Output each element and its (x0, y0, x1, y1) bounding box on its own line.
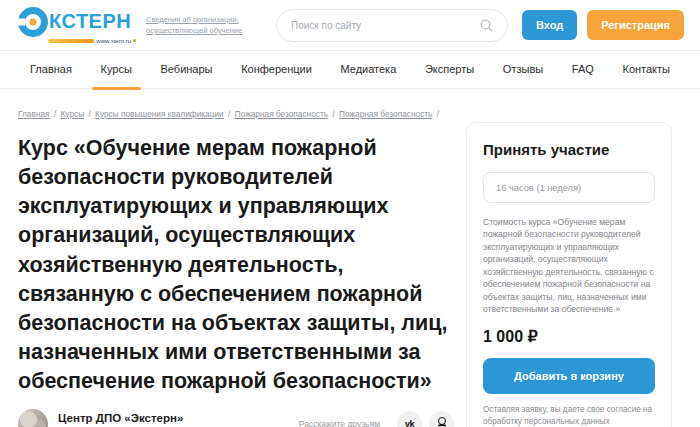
share-block: Расскажите друзьям vk (299, 411, 454, 427)
vk-icon: vk (405, 419, 414, 427)
site-search[interactable] (276, 9, 508, 42)
breadcrumb-separator: / (54, 109, 56, 119)
search-input[interactable] (291, 20, 480, 31)
nav-faq[interactable]: FAQ (572, 50, 594, 89)
price-description: Стоимость курса «Обучение мерам пожарной… (483, 216, 655, 316)
share-ok-button[interactable] (429, 411, 454, 427)
nav-courses[interactable]: Курсы (101, 50, 132, 89)
breadcrumb-fire-safety-2[interactable]: Пожарная безопасность (339, 109, 432, 119)
instructor-row: Центр ДПО «Экстерн» Ведущий курса Расска… (18, 409, 454, 427)
breadcrumb-fire-safety[interactable]: Пожарная безопасность (235, 109, 328, 119)
logo-underline: www.xtern.ru (18, 38, 136, 44)
logo-dot (133, 39, 136, 42)
nav-experts[interactable]: Эксперты (425, 50, 474, 89)
enroll-heading: Принять участие (483, 141, 655, 158)
breadcrumb-separator: / (332, 109, 334, 119)
breadcrumb: Главная / Курсы / Курсы повышения квалиф… (18, 109, 454, 121)
breadcrumb-courses[interactable]: Курсы (61, 109, 85, 119)
register-button[interactable]: Регистрация (587, 10, 684, 40)
org-info-line2: осуществляющей обучение (146, 26, 242, 35)
logo-e-icon (18, 7, 48, 37)
login-button[interactable]: Вход (522, 10, 577, 40)
odnoklassniki-icon (436, 417, 447, 427)
breadcrumb-separator: / (228, 109, 230, 119)
header: КСТЕРН www.xtern.ru Сведения об организа… (0, 0, 700, 50)
breadcrumb-separator: / (88, 109, 90, 119)
nav-webinars[interactable]: Вебинары (161, 50, 213, 89)
course-column: Главная / Курсы / Курсы повышения квалиф… (18, 89, 466, 427)
logo-top: КСТЕРН (18, 7, 136, 37)
breadcrumb-qualification-courses[interactable]: Курсы повышения квалификации (95, 109, 224, 119)
main-content: Главная / Курсы / Курсы повышения квалиф… (0, 89, 700, 427)
main-nav: Главная Курсы Вебинары Конференции Медиа… (0, 50, 700, 89)
duration-select[interactable]: 16 часов (1 неделя) (483, 172, 655, 203)
add-to-cart-button[interactable]: Добавить в корзину (483, 358, 655, 394)
share-vk-button[interactable]: vk (397, 411, 422, 427)
logo-orange-bar (48, 39, 94, 43)
share-label: Расскажите друзьям (299, 419, 380, 427)
search-icon (480, 19, 493, 32)
nav-mediatheque[interactable]: Медиатека (340, 50, 396, 89)
logo-wordmark: КСТЕРН (49, 10, 131, 33)
instructor-name: Центр ДПО «Экстерн» (58, 412, 183, 424)
instructor-avatar (18, 409, 48, 427)
org-info-line1: Сведения об организации, (146, 15, 239, 24)
breadcrumb-home[interactable]: Главная (18, 109, 50, 119)
org-info-link[interactable]: Сведения об организации, осуществляющей … (146, 14, 264, 37)
nav-contacts[interactable]: Контакты (622, 50, 670, 89)
instructor-text: Центр ДПО «Экстерн» Ведущий курса (58, 412, 183, 427)
consent-note: Оставляя заявку, вы даете свое согласие … (483, 404, 655, 427)
nav-conferences[interactable]: Конференции (241, 50, 312, 89)
page: КСТЕРН www.xtern.ru Сведения об организа… (0, 0, 700, 427)
breadcrumb-separator: / (437, 109, 439, 119)
site-logo[interactable]: КСТЕРН www.xtern.ru (18, 7, 136, 44)
enroll-card: Принять участие 16 часов (1 неделя) Стои… (466, 122, 672, 427)
nav-home[interactable]: Главная (30, 50, 72, 89)
course-price: 1 000 ₽ (483, 327, 655, 346)
logo-site-url: www.xtern.ru (96, 38, 131, 44)
nav-reviews[interactable]: Отзывы (503, 50, 543, 89)
course-title: Курс «Обучение мерам пожарной безопаснос… (18, 134, 454, 397)
